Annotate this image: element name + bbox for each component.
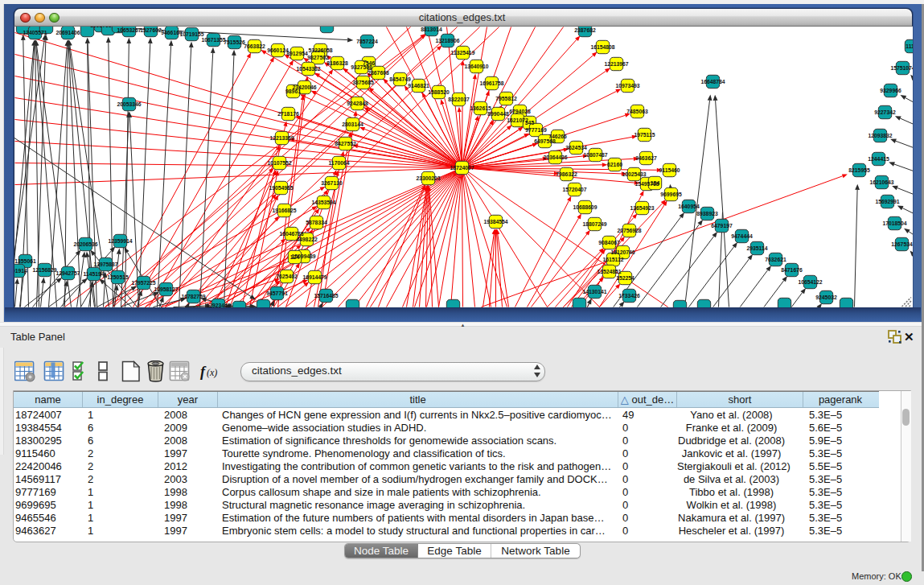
svg-text:2387682: 2387682 — [574, 27, 596, 32]
svg-text:2867608: 2867608 — [368, 69, 389, 75]
svg-text:7986322: 7986322 — [556, 171, 577, 176]
svg-text:12093832: 12093832 — [868, 132, 892, 138]
svg-text:12359914: 12359914 — [108, 237, 132, 243]
svg-text:62160: 62160 — [607, 161, 622, 167]
svg-text:1244415: 1244415 — [868, 155, 889, 161]
svg-text:7955812: 7955812 — [495, 95, 517, 101]
svg-text:1362615: 1362615 — [470, 105, 491, 110]
svg-text:14353594: 14353594 — [311, 199, 335, 204]
svg-text:17018504: 17018504 — [882, 220, 906, 225]
svg-text:8912954: 8912954 — [286, 50, 308, 56]
svg-text:16120746: 16120746 — [610, 249, 634, 254]
svg-text:8427552: 8427552 — [335, 140, 356, 146]
svg-text:1112: 1112 — [906, 43, 913, 48]
svg-text:3624534: 3624534 — [565, 144, 587, 150]
svg-text:2935114: 2935114 — [746, 245, 767, 250]
svg-text:9227342: 9227342 — [874, 109, 896, 114]
svg-text:8322037: 8322037 — [448, 96, 470, 101]
svg-text:19384554: 19384554 — [483, 218, 507, 224]
svg-text:9084067: 9084067 — [598, 239, 620, 245]
svg-text:10653267: 10653267 — [117, 27, 141, 32]
svg-text:10958127: 10958127 — [154, 286, 178, 291]
svg-text:7632621: 7632621 — [765, 256, 786, 262]
svg-text:10025433: 10025433 — [622, 171, 646, 176]
svg-text:9660124: 9660124 — [267, 47, 289, 52]
svg-text:8471676: 8471676 — [781, 266, 803, 272]
svg-text:7625402: 7625402 — [276, 273, 298, 278]
svg-text:15751074: 15751074 — [890, 64, 913, 70]
svg-text:15716485: 15716485 — [314, 292, 338, 298]
svg-text:10107552: 10107552 — [267, 159, 291, 165]
svg-text:9327508: 9327508 — [351, 64, 372, 69]
svg-text:12942757: 12942757 — [55, 270, 80, 275]
svg-text:9463627: 9463627 — [635, 154, 657, 160]
svg-text:2803144: 2803144 — [342, 121, 363, 126]
svg-text:16914479: 16914479 — [302, 274, 326, 279]
svg-text:9777169: 9777169 — [525, 126, 547, 132]
svg-text:9242848: 9242848 — [347, 100, 368, 105]
svg-text:9245032: 9245032 — [815, 294, 837, 299]
svg-text:13654923: 13654923 — [630, 204, 654, 210]
svg-text:1527602: 1527602 — [140, 27, 162, 32]
svg-text:f: f — [200, 364, 207, 380]
svg-text:20364436: 20364436 — [543, 154, 567, 159]
svg-text:1615112: 1615112 — [602, 256, 623, 262]
svg-text:10671355: 10671355 — [201, 36, 225, 42]
svg-text:10973493: 10973493 — [615, 82, 639, 88]
svg-text:10719155: 10719155 — [179, 31, 203, 36]
svg-text:17957225: 17957225 — [131, 279, 155, 285]
svg-text:152254: 152254 — [616, 274, 634, 280]
svg-text:16046788: 16046788 — [279, 230, 303, 236]
svg-text:13218906: 13218906 — [435, 37, 459, 43]
svg-text:8215955: 8215955 — [848, 167, 870, 172]
svg-text:16210643: 16210643 — [869, 179, 893, 184]
svg-text:7663822: 7663822 — [244, 43, 265, 48]
svg-text:9329966: 9329966 — [880, 87, 901, 93]
svg-text:98961: 98961 — [285, 88, 301, 93]
svg-text:1975115: 1975115 — [634, 131, 655, 137]
svg-text:12156829: 12156829 — [32, 266, 56, 272]
svg-text:53226058: 53226058 — [308, 47, 332, 52]
svg-text:15692991: 15692991 — [875, 198, 899, 204]
svg-text:18724007: 18724007 — [450, 164, 474, 170]
svg-text:20206536: 20206536 — [73, 241, 97, 246]
svg-text:9115460: 9115460 — [659, 167, 680, 172]
svg-text:16782759: 16782759 — [181, 293, 205, 299]
svg-text:8938923: 8938923 — [696, 210, 718, 216]
svg-text:8186328: 8186328 — [326, 60, 348, 65]
svg-text:20691406: 20691406 — [55, 29, 80, 35]
svg-text:154: 154 — [650, 179, 659, 185]
svg-text:10654122: 10654122 — [798, 278, 822, 284]
svg-text:9827502: 9827502 — [307, 54, 329, 60]
svg-text:5878334: 5878334 — [306, 219, 327, 225]
svg-text:11325419: 11325419 — [450, 49, 474, 55]
svg-text:16648784: 16648784 — [700, 78, 725, 84]
svg-text:(x): (x) — [207, 367, 217, 378]
svg-text:3875685: 3875685 — [352, 79, 374, 84]
svg-text:1733426: 1733426 — [618, 292, 640, 298]
svg-text:6794028: 6794028 — [509, 108, 531, 113]
svg-text:1250515: 1250515 — [107, 274, 129, 279]
svg-text:10688609: 10688609 — [573, 204, 597, 209]
svg-text:391914: 391914 — [14, 267, 27, 273]
svg-text:4498222: 4498222 — [296, 236, 318, 241]
svg-text:13640910: 13640910 — [464, 63, 488, 68]
svg-text:1640954: 1640954 — [678, 203, 700, 208]
svg-text:1355061: 1355061 — [14, 257, 36, 263]
svg-text:12213967: 12213967 — [604, 60, 628, 66]
svg-text:16154808: 16154808 — [590, 43, 614, 49]
svg-text:12923446: 12923446 — [206, 302, 230, 307]
svg-text:14130141: 14130141 — [582, 288, 606, 294]
svg-text:19166825: 19166825 — [272, 207, 296, 212]
svg-text:8990448: 8990448 — [487, 110, 509, 116]
svg-text:1145194: 1145194 — [83, 270, 104, 276]
svg-text:12405571: 12405571 — [23, 29, 47, 35]
svg-text:1588520: 1588520 — [428, 89, 450, 94]
svg-text:16961758: 16961758 — [479, 80, 503, 85]
svg-text:345: 345 — [524, 119, 534, 125]
svg-text:1267534: 1267534 — [891, 241, 913, 246]
svg-text:19054985: 19054985 — [269, 184, 293, 190]
svg-text:2718176: 2718176 — [277, 110, 299, 116]
svg-text:20756928: 20756928 — [617, 227, 641, 233]
svg-text:12213369: 12213369 — [269, 134, 294, 140]
